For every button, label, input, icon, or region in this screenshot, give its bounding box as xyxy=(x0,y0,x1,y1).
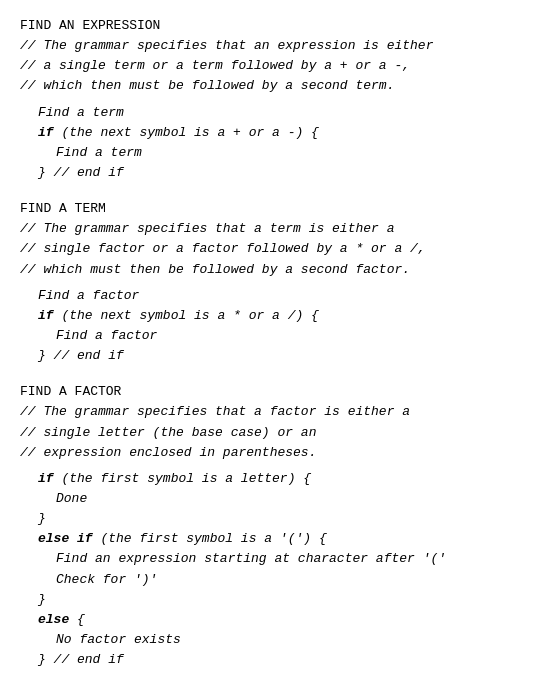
term-find-factor: Find a factor xyxy=(20,286,515,306)
factor-else-rest: { xyxy=(69,612,85,627)
comment-expression-1: // The grammar specifies that an express… xyxy=(20,36,515,56)
term-end-if: } // end if xyxy=(20,346,515,366)
comment-term-1: // The grammar specifies that a term is … xyxy=(20,219,515,239)
section-header-term: FIND A TERM xyxy=(20,199,515,219)
term-if-line: if (the next symbol is a * or a /) { xyxy=(20,306,515,326)
comment-factor-1: // The grammar specifies that a factor i… xyxy=(20,402,515,422)
comment-expression-3: // which then must be followed by a seco… xyxy=(20,76,515,96)
section-header-factor: FIND A FACTOR xyxy=(20,382,515,402)
factor-check-paren: Check for ')' xyxy=(20,570,515,590)
term-find-factor-inner: Find a factor xyxy=(20,326,515,346)
comment-factor-2: // single letter (the base case) or an xyxy=(20,423,515,443)
factor-close-brace-1: } xyxy=(20,509,515,529)
factor-find-expression: Find an expression starting at character… xyxy=(20,549,515,569)
factor-else-if-rest: (the first symbol is a '(') { xyxy=(93,531,327,546)
expr-if-rest: (the next symbol is a + or a -) { xyxy=(54,125,319,140)
expr-find-term-inner: Find a term xyxy=(20,143,515,163)
expr-if-line: if (the next symbol is a + or a -) { xyxy=(20,123,515,143)
comment-expression-2: // a single term or a term followed by a… xyxy=(20,56,515,76)
code-content: FIND AN EXPRESSION // The grammar specif… xyxy=(20,16,515,670)
factor-end-if: } // end if xyxy=(20,650,515,670)
factor-if-keyword: if xyxy=(38,471,54,486)
term-if-rest: (the next symbol is a * or a /) { xyxy=(54,308,319,323)
comment-term-3: // which must then be followed by a seco… xyxy=(20,260,515,280)
comment-term-2: // single factor or a factor followed by… xyxy=(20,239,515,259)
factor-else-line: else { xyxy=(20,610,515,630)
factor-close-brace-2: } xyxy=(20,590,515,610)
factor-no-factor: No factor exists xyxy=(20,630,515,650)
section-factor: FIND A FACTOR // The grammar specifies t… xyxy=(20,382,515,670)
section-term: FIND A TERM // The grammar specifies tha… xyxy=(20,199,515,366)
section-header-expression: FIND AN EXPRESSION xyxy=(20,16,515,36)
factor-else-if-line: else if (the first symbol is a '(') { xyxy=(20,529,515,549)
comment-factor-3: // expression enclosed in parentheses. xyxy=(20,443,515,463)
factor-done: Done xyxy=(20,489,515,509)
term-if-keyword: if xyxy=(38,308,54,323)
factor-else-keyword: else xyxy=(38,531,69,546)
factor-if2-keyword: if xyxy=(77,531,93,546)
expr-end-if: } // end if xyxy=(20,163,515,183)
factor-else2-keyword: else xyxy=(38,612,69,627)
factor-if-line: if (the first symbol is a letter) { xyxy=(20,469,515,489)
factor-if-rest: (the first symbol is a letter) { xyxy=(54,471,311,486)
section-expression: FIND AN EXPRESSION // The grammar specif… xyxy=(20,16,515,183)
expr-find-term: Find a term xyxy=(20,103,515,123)
expr-if-keyword: if xyxy=(38,125,54,140)
